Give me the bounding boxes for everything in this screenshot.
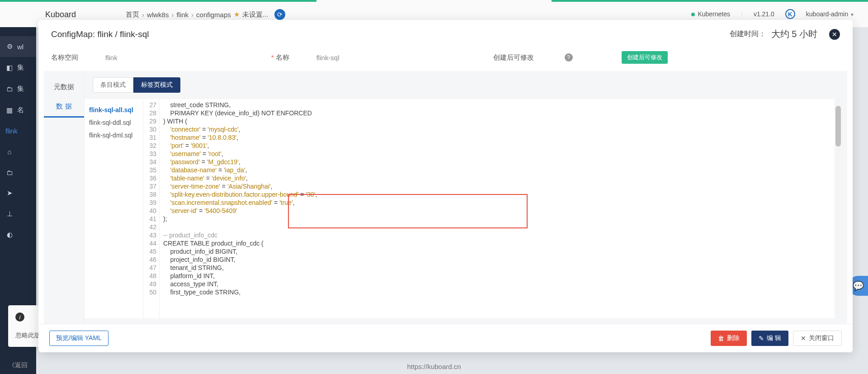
modal-info-row: 名称空间 flink 名称 flink-sql 创建后可修改 ? 创建后可修改 — [38, 47, 853, 71]
scrollbar-thumb[interactable] — [835, 106, 841, 147]
close-window-button[interactable]: ✕关闭窗口 — [793, 331, 842, 346]
mode-bar: 条目模式 标签页模式 — [85, 71, 847, 99]
file-list: flink-sql-all.sql flink-sql-ddl.sql flin… — [85, 99, 143, 318]
close-x-icon: ✕ — [801, 335, 806, 342]
yaml-button[interactable]: 预览/编辑 YAML — [49, 331, 108, 346]
file-item[interactable]: flink-sql-all.sql — [87, 104, 140, 116]
file-item[interactable]: flink-sql-ddl.sql — [87, 116, 140, 129]
editor-row: flink-sql-all.sql flink-sql-ddl.sql flin… — [85, 99, 842, 318]
mutable-label: 创建后可修改 — [493, 53, 534, 62]
file-item[interactable]: flink-sql-dml.sql — [87, 129, 140, 142]
mode-tabs-button[interactable]: 标签页模式 — [133, 77, 180, 93]
mutable-tag: 创建后可修改 — [622, 51, 668, 64]
modal-header: ConfigMap: flink / flink-sql 创建时间： 大约 5 … — [38, 20, 853, 47]
modal-body: 元数据 数 据 条目模式 标签页模式 flink-sql-all.sql fli… — [38, 71, 853, 324]
name-label: 名称 — [271, 53, 289, 62]
code-content[interactable]: street_code STRING, PRIMARY KEY (device_… — [160, 99, 842, 318]
tab-data[interactable]: 数 据 — [44, 97, 84, 118]
help-icon[interactable]: ? — [565, 53, 573, 62]
tab-metadata[interactable]: 元数据 — [44, 77, 84, 97]
line-gutter: 2728293031323334353637383940414243444546… — [143, 99, 160, 318]
pencil-icon: ✎ — [759, 335, 764, 342]
side-tabs: 元数据 数 据 — [44, 71, 85, 324]
modal-title: ConfigMap: flink / flink-sql — [51, 29, 149, 39]
edit-button[interactable]: ✎编 辑 — [751, 331, 788, 346]
name-value: flink-sql — [316, 54, 340, 62]
ns-label: 名称空间 — [51, 53, 78, 62]
ns-value: flink — [105, 54, 118, 62]
created-label: 创建时间： — [730, 29, 766, 39]
trash-icon: 🗑 — [718, 335, 724, 342]
created-value: 大约 5 小时 — [771, 28, 817, 40]
configmap-modal: ConfigMap: flink / flink-sql 创建时间： 大约 5 … — [38, 20, 853, 352]
modal-footer: 预览/编辑 YAML 🗑删除 ✎编 辑 ✕关闭窗口 — [38, 324, 853, 352]
code-editor[interactable]: 2728293031323334353637383940414243444546… — [143, 99, 842, 318]
close-icon[interactable]: ✕ — [829, 29, 840, 40]
mode-entry-button[interactable]: 条目模式 — [93, 77, 133, 93]
delete-button[interactable]: 🗑删除 — [711, 331, 747, 346]
scrollbar[interactable] — [835, 99, 842, 318]
content-area: 条目模式 标签页模式 flink-sql-all.sql flink-sql-d… — [85, 71, 847, 324]
